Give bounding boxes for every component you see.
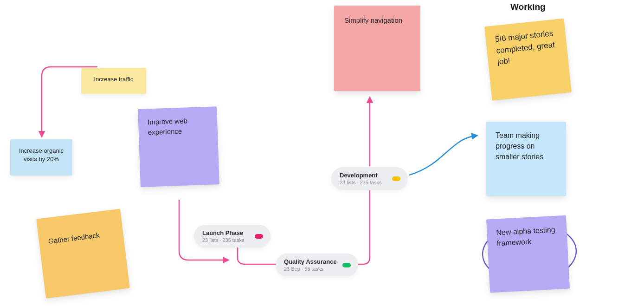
pill-launch-phase[interactable]: Launch Phase 23 lists · 235 tasks — [194, 225, 270, 247]
pill-title: Development — [340, 172, 386, 179]
note-text: Improve web experience — [148, 117, 187, 136]
pill-sub: 23 Sep · 55 tasks — [284, 266, 337, 272]
whiteboard-canvas[interactable]: Working Increase organic visits by 20% I… — [0, 0, 644, 306]
pill-development[interactable]: Development 23 lists · 235 tasks — [331, 167, 408, 190]
note-text: Team making progress on smaller stories — [496, 131, 543, 161]
pill-sub: 23 lists · 235 tasks — [202, 237, 249, 243]
pill-quality-assurance[interactable]: Quality Assurance 23 Sep · 55 tasks — [276, 254, 358, 276]
note-text: 5/6 major stories completed, great job! — [495, 29, 555, 66]
note-alpha-testing[interactable]: New alpha testing framework — [486, 215, 570, 293]
note-team-progress[interactable]: Team making progress on smaller stories — [486, 122, 566, 196]
note-text: Gather feedback — [48, 231, 100, 245]
note-simplify-navigation[interactable]: Simplify navigation — [334, 6, 420, 91]
pill-sub: 23 lists · 235 tasks — [340, 180, 386, 185]
note-gather-feedback[interactable]: Gather feedback — [36, 209, 130, 299]
note-text: Increase organic visits by 20% — [19, 147, 64, 163]
status-dot-icon — [255, 234, 263, 239]
status-dot-icon — [392, 176, 400, 181]
note-stories-completed[interactable]: 5/6 major stories completed, great job! — [484, 18, 572, 100]
status-dot-icon — [342, 263, 351, 267]
pill-title: Launch Phase — [202, 229, 249, 236]
note-text: New alpha testing framework — [496, 226, 555, 247]
pill-title: Quality Assurance — [284, 258, 337, 265]
note-text: Increase traffic — [94, 76, 133, 83]
note-increase-organic[interactable]: Increase organic visits by 20% — [10, 139, 72, 176]
note-increase-traffic[interactable]: Increase traffic — [81, 68, 146, 94]
section-heading-working: Working — [510, 2, 546, 12]
note-improve-web[interactable]: Improve web experience — [138, 106, 219, 187]
note-text: Simplify navigation — [344, 16, 402, 24]
